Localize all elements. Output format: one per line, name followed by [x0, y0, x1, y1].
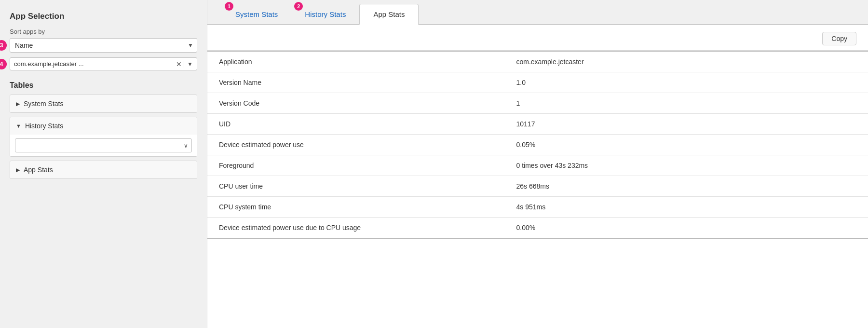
badge-2: 2 — [294, 2, 303, 11]
table-row: Applicationcom.example.jetcaster — [207, 51, 868, 72]
table-row: Device estimated power use due to CPU us… — [207, 218, 868, 239]
stat-key: Foreground — [207, 155, 505, 176]
app-select-wrap: 4 com.example.jetcaster ... ✕ ▼ — [10, 57, 197, 70]
tab-app-stats[interactable]: App Stats — [359, 4, 419, 25]
history-stats-body: ∨ — [10, 135, 197, 156]
app-select[interactable]: com.example.jetcaster ... ✕ ▼ — [10, 57, 197, 70]
stat-value: 0.05% — [505, 135, 868, 155]
history-stats-label: History Stats — [25, 122, 63, 130]
table-section-app-stats-header[interactable]: ▶ App Stats — [10, 161, 197, 178]
stat-key: Device estimated power use due to CPU us… — [207, 218, 505, 239]
app-select-value: com.example.jetcaster ... — [14, 60, 174, 68]
badge-1: 1 — [225, 2, 233, 11]
stat-value: 26s 668ms — [505, 176, 868, 197]
sort-select[interactable]: Name Package UID — [10, 38, 197, 53]
sidebar: App Selection Sort apps by 3 Name Packag… — [0, 0, 207, 328]
app-stats-label: App Stats — [24, 166, 53, 174]
tabs-bar: 1 System Stats 2 History Stats App Stats — [207, 0, 868, 25]
system-stats-label: System Stats — [24, 100, 63, 108]
sidebar-title: App Selection — [10, 12, 197, 21]
sort-select-wrap: 3 Name Package UID ▼ — [10, 38, 197, 53]
stat-value: 0.00% — [505, 218, 868, 239]
stat-key: Application — [207, 51, 505, 72]
stat-value: 1.0 — [505, 72, 868, 93]
app-select-arrow-icon[interactable]: ▼ — [184, 61, 193, 68]
badge-3: 3 — [0, 40, 7, 51]
stats-table: Applicationcom.example.jetcasterVersion … — [207, 51, 868, 239]
tables-title: Tables — [10, 81, 197, 90]
sort-label: Sort apps by — [10, 28, 197, 35]
table-row: Device estimated power use0.05% — [207, 135, 868, 155]
badge-4: 4 — [0, 59, 7, 69]
stat-key: Device estimated power use — [207, 135, 505, 155]
app-select-clear-icon[interactable]: ✕ — [176, 61, 182, 68]
table-section-history-stats: ▼ History Stats ∨ — [10, 117, 197, 157]
stat-key: Version Name — [207, 72, 505, 93]
stat-key: CPU system time — [207, 197, 505, 218]
stat-key: Version Code — [207, 93, 505, 114]
table-row: UID10117 — [207, 114, 868, 135]
table-section-history-stats-header[interactable]: ▼ History Stats — [10, 117, 197, 135]
system-stats-arrow-icon: ▶ — [16, 101, 20, 107]
stat-value: 1 — [505, 93, 868, 114]
copy-bar: Copy — [207, 25, 868, 51]
history-stats-select-wrap: ∨ — [15, 138, 192, 152]
tab-history-stats[interactable]: 2 History Stats — [291, 4, 359, 25]
table-row: CPU system time4s 951ms — [207, 197, 868, 218]
copy-button[interactable]: Copy — [822, 32, 856, 45]
stat-value: 0 times over 43s 232ms — [505, 155, 868, 176]
stat-value: 4s 951ms — [505, 197, 868, 218]
stat-key: UID — [207, 114, 505, 135]
table-row: Foreground0 times over 43s 232ms — [207, 155, 868, 176]
table-row: Version Name1.0 — [207, 72, 868, 93]
table-row: CPU user time26s 668ms — [207, 176, 868, 197]
stat-value: com.example.jetcaster — [505, 51, 868, 72]
tab-history-stats-label: History Stats — [305, 10, 346, 18]
table-section-app-stats: ▶ App Stats — [10, 161, 197, 179]
stat-key: CPU user time — [207, 176, 505, 197]
content-area: Copy Applicationcom.example.jetcasterVer… — [207, 25, 868, 328]
tab-system-stats-label: System Stats — [235, 10, 278, 18]
tab-system-stats[interactable]: 1 System Stats — [222, 4, 291, 25]
main-panel: 1 System Stats 2 History Stats App Stats… — [207, 0, 868, 328]
table-section-system-stats: ▶ System Stats — [10, 95, 197, 113]
table-section-system-stats-header[interactable]: ▶ System Stats — [10, 95, 197, 112]
tab-app-stats-label: App Stats — [373, 10, 405, 18]
table-row: Version Code1 — [207, 93, 868, 114]
history-stats-arrow-icon: ▼ — [16, 123, 21, 129]
app-stats-arrow-icon: ▶ — [16, 167, 20, 173]
history-stats-select[interactable] — [15, 138, 192, 152]
stat-value: 10117 — [505, 114, 868, 135]
